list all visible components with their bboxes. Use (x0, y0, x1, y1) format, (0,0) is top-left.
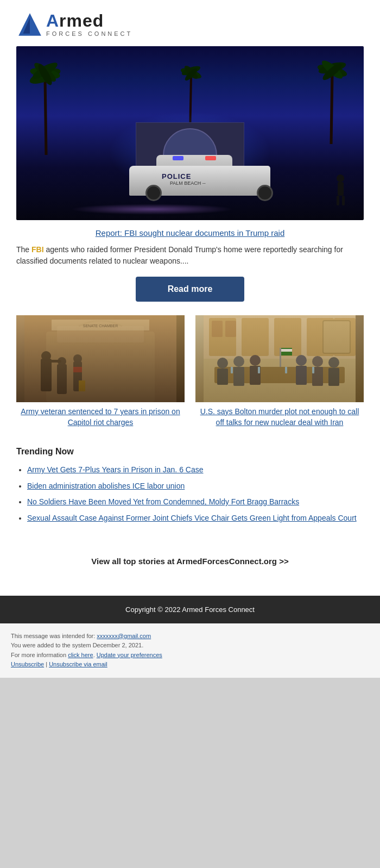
car-light-red (205, 156, 216, 160)
svg-rect-40 (274, 318, 301, 356)
svg-rect-34 (73, 367, 82, 372)
capitol-scene: SENATE CHAMBER (16, 315, 185, 402)
ground-glow (71, 204, 233, 215)
figure-silhouette (334, 174, 347, 207)
read-more-button[interactable]: Read more (136, 277, 244, 302)
update-preferences-link[interactable]: Update your preferences (97, 652, 162, 658)
article-iran: U.S. says Bolton murder plot not enough … (195, 315, 364, 428)
trending-link-4[interactable]: Sexual Assault Case Against Former Joint… (27, 514, 357, 522)
list-item: Biden administration abolishes ICE labor… (27, 481, 364, 492)
iran-scene (195, 315, 364, 402)
svg-rect-25 (52, 320, 149, 330)
svg-rect-44 (225, 321, 236, 337)
svg-rect-43 (212, 321, 223, 337)
svg-rect-36 (204, 315, 356, 402)
email-wrapper: Armed FORCES CONNECT (0, 0, 380, 678)
svg-rect-19 (338, 182, 344, 196)
palm-tree-left (24, 46, 68, 155)
summary-before: The (16, 245, 31, 254)
hero-image-container: POLICE PALM BEACH -- (0, 46, 380, 220)
svg-rect-50 (233, 367, 244, 386)
svg-point-32 (73, 354, 82, 363)
svg-point-53 (296, 355, 307, 366)
svg-rect-46 (214, 367, 345, 383)
svg-point-51 (250, 355, 261, 366)
svg-rect-63 (280, 348, 281, 367)
header: Armed FORCES CONNECT (0, 0, 380, 46)
logo-container: Armed FORCES CONNECT (16, 11, 364, 38)
svg-rect-22 (24, 315, 176, 402)
main-article-link[interactable]: Report: FBI sought nuclear documents in … (96, 228, 285, 238)
hero-image: POLICE PALM BEACH -- (16, 46, 364, 220)
list-item: Army Vet Gets 7-Plus Years in Prison in … (27, 465, 364, 476)
more-info-text: For more information (11, 652, 68, 658)
svg-rect-41 (307, 318, 334, 356)
car-police-text: POLICE (162, 172, 191, 180)
list-item: Sexual Assault Case Against Former Joint… (27, 513, 364, 524)
click-here-link[interactable]: click here (68, 652, 93, 658)
police-car: POLICE PALM BEACH -- (129, 149, 281, 204)
list-item: No Soldiers Have Been Moved Yet from Con… (27, 497, 364, 508)
svg-rect-65 (281, 349, 292, 352)
svg-rect-33 (50, 360, 61, 363)
article-capitol: SENATE CHAMBER (16, 315, 185, 428)
article-capitol-link[interactable]: Army veteran sentenced to 7 years in pri… (16, 407, 185, 428)
svg-rect-21 (342, 196, 345, 205)
trending-link-1[interactable]: Army Vet Gets 7-Plus Years in Prison in … (27, 465, 204, 474)
two-col-articles: SENATE CHAMBER (16, 315, 364, 428)
trending-title: Trending Now (16, 447, 364, 457)
svg-rect-31 (73, 361, 82, 391)
article-capitol-image: SENATE CHAMBER (16, 315, 185, 402)
svg-rect-52 (250, 366, 261, 385)
footer: Copyright © 2022 Armed Forces Connect (0, 596, 380, 623)
car-light-blue (173, 156, 183, 160)
svg-rect-24 (57, 326, 144, 342)
logo-name-a: A (46, 11, 59, 30)
view-all-section: View all top stories at ArmedForcesConne… (16, 540, 364, 588)
svg-rect-48 (217, 369, 228, 385)
svg-rect-59 (231, 367, 233, 373)
svg-point-30 (58, 357, 66, 366)
summary-highlight: FBI (31, 245, 44, 254)
svg-rect-20 (337, 196, 339, 205)
trending-link-3[interactable]: No Soldiers Have Been Moved Yet from Con… (27, 497, 299, 506)
car-wheel-left (145, 185, 162, 201)
svg-rect-29 (57, 364, 67, 394)
svg-rect-38 (209, 318, 236, 356)
svg-line-8 (331, 73, 332, 144)
logo-name: Armed (46, 12, 132, 29)
svg-rect-27 (41, 359, 52, 391)
article-iran-link[interactable]: U.S. says Bolton murder plot not enough … (195, 407, 364, 428)
view-all-link[interactable]: View all top stories at ArmedForcesConne… (91, 557, 288, 566)
svg-rect-60 (258, 367, 260, 373)
logo-text: Armed FORCES CONNECT (46, 12, 132, 37)
added-text: You were added to the system December 2,… (11, 642, 143, 648)
svg-point-47 (217, 358, 228, 369)
svg-text:SENATE CHAMBER: SENATE CHAMBER (83, 324, 118, 328)
svg-rect-64 (281, 348, 292, 355)
svg-rect-61 (285, 367, 287, 373)
trending-link-2[interactable]: Biden administration abolishes ICE labor… (27, 482, 185, 490)
unsubscribe-link[interactable]: Unsubscribe (11, 661, 44, 667)
svg-line-2 (45, 79, 46, 155)
svg-rect-56 (312, 367, 323, 386)
svg-rect-54 (296, 366, 307, 385)
trending-list: Army Vet Gets 7-Plus Years in Prison in … (16, 465, 364, 523)
intended-email-link[interactable]: xxxxxxx@gmail.com (97, 633, 151, 639)
bottom-meta: This message was intended for: xxxxxxx@g… (0, 623, 380, 678)
copyright-text: Copyright © 2022 Armed Forces Connect (125, 605, 255, 614)
svg-rect-42 (334, 318, 356, 356)
logo-tagline: FORCES CONNECT (46, 30, 132, 37)
svg-rect-45 (323, 321, 350, 353)
palm-tree-right-1 (309, 46, 353, 144)
trending-section: Trending Now Army Vet Gets 7-Plus Years … (16, 441, 364, 540)
svg-point-28 (41, 351, 51, 361)
article-summary: The FBI agents who raided former Preside… (16, 244, 364, 267)
intended-for-text: This message was intended for: (11, 633, 97, 639)
svg-point-18 (337, 174, 344, 182)
svg-rect-35 (79, 380, 85, 391)
unsubscribe-email-link[interactable]: Unsubscribe via email (49, 661, 107, 667)
svg-rect-23 (46, 332, 155, 402)
main-content-area: Report: FBI sought nuclear documents in … (0, 220, 380, 596)
article-iran-image (195, 315, 364, 402)
